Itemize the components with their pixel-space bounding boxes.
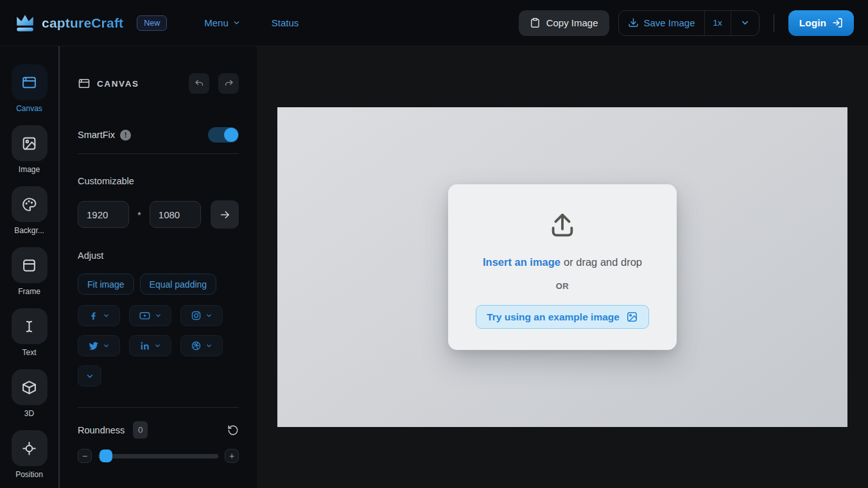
dribbble-icon [191, 340, 202, 351]
apply-size-button[interactable] [211, 200, 239, 229]
or-separator: OR [556, 281, 569, 291]
instagram-icon [191, 310, 202, 321]
youtube-preset-button[interactable] [129, 305, 171, 326]
brand-name: captureCraft [42, 15, 123, 31]
save-image-button[interactable]: Save Image [619, 11, 704, 35]
roundness-label: Roundness [78, 425, 125, 435]
browser-window-icon [78, 77, 91, 90]
example-image-button[interactable]: Try using an example image [476, 305, 649, 329]
save-image-label: Save Image [644, 17, 695, 28]
browser-window-icon [21, 74, 37, 91]
chevron-down-icon [85, 372, 94, 381]
example-image-label: Try using an example image [487, 311, 620, 323]
image-icon [626, 311, 638, 323]
sidebar-label: Text [22, 348, 36, 357]
info-icon[interactable]: ! [120, 130, 131, 141]
chevron-down-icon [205, 312, 213, 319]
save-image-group: Save Image 1x [618, 10, 759, 36]
copy-image-button[interactable]: Copy Image [519, 10, 609, 36]
youtube-icon [139, 309, 151, 322]
new-badge: New [137, 15, 167, 31]
tool-rail: Canvas Image Backgr... Frame Text 3D P [0, 46, 58, 488]
sidebar-item-frame[interactable]: Frame [12, 247, 48, 296]
login-button[interactable]: Login [788, 10, 854, 36]
linkedin-icon [139, 340, 150, 351]
sidebar-item-canvas[interactable]: Canvas [12, 64, 48, 113]
upload-card[interactable]: Insert an image or drag and drop OR Try … [448, 184, 677, 350]
drag-drop-text: or drag and drop [564, 256, 642, 268]
equal-padding-button[interactable]: Equal padding [140, 274, 217, 295]
top-navbar: captureCraft New Menu Status Copy Image … [0, 0, 868, 46]
login-arrow-icon [832, 17, 843, 28]
smartfix-label: SmartFix [78, 130, 115, 140]
arrow-right-icon [219, 209, 231, 221]
decrease-roundness-button[interactable]: − [78, 449, 92, 463]
login-label: Login [799, 17, 826, 29]
dimension-separator: * [137, 209, 141, 220]
canvas-preview[interactable]: Insert an image or drag and drop OR Try … [277, 107, 847, 427]
smartfix-toggle[interactable] [208, 127, 239, 143]
linkedin-preset-button[interactable] [129, 335, 171, 356]
sidebar-label: Image [19, 165, 40, 174]
undo-button[interactable] [189, 73, 209, 94]
copy-image-label: Copy Image [546, 17, 598, 28]
dribbble-preset-button[interactable] [180, 335, 223, 356]
status-link[interactable]: Status [272, 17, 299, 28]
sidebar-label: 3D [24, 409, 34, 418]
text-cursor-icon [21, 318, 37, 335]
canvas-height-input[interactable] [150, 201, 201, 228]
sidebar-item-3d[interactable]: 3D [12, 369, 48, 418]
chevron-down-icon [205, 342, 213, 349]
upload-icon [548, 210, 577, 240]
canvas-width-input[interactable] [78, 201, 129, 228]
palette-icon [21, 196, 37, 213]
sidebar-item-text[interactable]: Text [12, 308, 48, 357]
clipboard-icon [530, 17, 541, 28]
facebook-icon [88, 310, 99, 321]
sidebar-item-image[interactable]: Image [12, 125, 48, 174]
scale-selector[interactable]: 1x [704, 11, 731, 35]
menu-label: Menu [204, 17, 229, 28]
crosshair-icon [21, 440, 37, 457]
sidebar-label: Canvas [16, 104, 42, 113]
divider [78, 407, 239, 408]
sidebar-label: Position [15, 470, 43, 479]
sidebar-item-position[interactable]: Position [12, 430, 48, 479]
twitter-icon [88, 340, 99, 351]
more-presets-button[interactable] [78, 365, 101, 387]
workspace: Insert an image or drag and drop OR Try … [257, 46, 868, 488]
twitter-preset-button[interactable] [78, 335, 120, 356]
chevron-down-icon [155, 312, 162, 319]
facebook-preset-button[interactable] [78, 305, 120, 326]
roundness-value[interactable]: 0 [133, 421, 148, 439]
redo-button[interactable] [218, 73, 239, 94]
navbar-separator [774, 14, 774, 32]
chevron-down-icon [232, 19, 241, 27]
chevron-down-icon [740, 18, 750, 28]
panel-title: CANVAS [97, 79, 139, 89]
chevron-down-icon [154, 342, 161, 349]
chevron-down-icon [103, 312, 110, 319]
frame-icon [21, 257, 37, 274]
image-icon [21, 135, 37, 152]
roundness-slider-thumb[interactable] [100, 449, 112, 462]
insert-image-link[interactable]: Insert an image [483, 256, 560, 268]
cube-icon [21, 379, 37, 396]
customizable-label: Customizable [78, 176, 239, 186]
canvas-settings-panel: CANVAS SmartFix ! Customizable * Adjust … [58, 46, 257, 488]
increase-roundness-button[interactable]: + [225, 449, 239, 463]
chevron-down-icon [103, 342, 110, 349]
roundness-slider[interactable] [98, 454, 218, 458]
instagram-preset-button[interactable] [180, 305, 223, 326]
social-presets [78, 305, 229, 387]
sidebar-item-background[interactable]: Backgr... [12, 186, 48, 235]
sidebar-label: Backgr... [14, 226, 44, 235]
menu-dropdown[interactable]: Menu [204, 17, 241, 28]
sidebar-label: Frame [18, 287, 40, 296]
reset-roundness-button[interactable] [227, 424, 239, 436]
brand[interactable]: captureCraft New [14, 13, 167, 33]
download-icon [628, 17, 639, 28]
fit-image-button[interactable]: Fit image [78, 274, 134, 295]
save-options-chevron[interactable] [731, 11, 759, 35]
divider [78, 153, 239, 154]
